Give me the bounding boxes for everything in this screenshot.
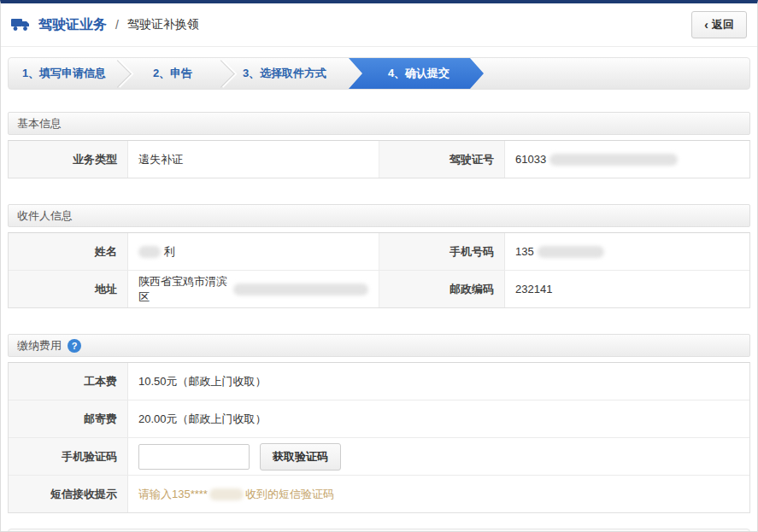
step-4-confirm-submit[interactable]: 4、确认提交 — [349, 58, 484, 89]
section-recipient-title: 收件人信息 — [17, 208, 73, 224]
name-visible: 利 — [164, 244, 175, 260]
help-icon[interactable]: ? — [68, 339, 81, 353]
phone-label: 手机号码 — [379, 233, 505, 270]
sms-hint-cell: 请输入135**** 收到的短信验证码 — [128, 476, 749, 512]
table-row: 工本费 10.50元（邮政上门收取） — [9, 363, 749, 400]
address-value: 陕西省宝鸡市渭滨区 — [128, 271, 379, 307]
recipient-info-table: 姓名 利 手机号码 135 地址 陕西省宝鸡市渭滨区 邮政编码 23214 — [8, 232, 750, 308]
name-redacted — [138, 246, 161, 258]
section-recipient-header: 收件人信息 — [8, 204, 750, 227]
header: 驾驶证业务 / 驾驶证补换领 ‹ 返回 — [1, 3, 757, 47]
page-subtitle: 驾驶证补换领 — [127, 17, 199, 32]
table-row: 姓名 利 手机号码 135 — [9, 233, 749, 271]
postcode-value: 232141 — [505, 271, 749, 307]
footer-actions: 上一步 完成 — [8, 529, 750, 532]
table-row: 手机验证码 获取验证码 — [9, 438, 749, 476]
basic-info-table: 业务类型 遗失补证 驾驶证号 61033 — [8, 140, 750, 178]
sms-hint-text: 请输入135**** 收到的短信验证码 — [138, 487, 334, 502]
truck-icon — [11, 17, 32, 32]
captcha-cell: 获取验证码 — [128, 438, 749, 475]
sms-phone-redacted — [209, 488, 244, 500]
license-no-redacted — [549, 154, 678, 166]
section-basic-title: 基本信息 — [17, 116, 62, 132]
postcode-label: 邮政编码 — [379, 271, 505, 307]
section-recipient-info: 收件人信息 姓名 利 手机号码 135 地址 陕西省宝鸡市渭滨区 — [8, 204, 750, 308]
sms-hint-label: 短信接收提示 — [9, 476, 128, 512]
fee-cost-value: 10.50元（邮政上门收取） — [128, 363, 749, 400]
page-title: 驾驶证业务 — [38, 16, 107, 34]
step-wizard: 1、填写申请信息 2、申告 3、选择取件方式 4、确认提交 — [8, 57, 750, 90]
section-fees-header: 缴纳费用 ? — [8, 334, 750, 357]
phone-visible: 135 — [515, 245, 534, 258]
fee-post-value: 20.00元（邮政上门收取） — [128, 400, 749, 437]
back-button[interactable]: ‹ 返回 — [691, 11, 747, 38]
section-basic-header: 基本信息 — [8, 112, 750, 135]
address-label: 地址 — [9, 271, 128, 307]
captcha-label: 手机验证码 — [9, 438, 128, 475]
back-button-label: 返回 — [712, 17, 734, 32]
breadcrumb: 驾驶证业务 / 驾驶证补换领 — [11, 16, 199, 34]
sms-hint-prefix: 请输入135**** — [138, 487, 208, 502]
business-type-label: 业务类型 — [9, 141, 128, 178]
breadcrumb-separator: / — [115, 18, 119, 32]
address-redacted — [233, 284, 368, 295]
table-row: 业务类型 遗失补证 驾驶证号 61033 — [9, 141, 749, 178]
get-code-button[interactable]: 获取验证码 — [260, 443, 341, 471]
address-visible: 陕西省宝鸡市渭滨区 — [138, 274, 228, 305]
step-3-pickup-method[interactable]: 3、选择取件方式 — [226, 58, 344, 89]
name-value: 利 — [128, 233, 379, 270]
back-chevron-icon: ‹ — [704, 18, 708, 32]
section-basic-info: 基本信息 业务类型 遗失补证 驾驶证号 61033 — [8, 112, 750, 178]
phone-value: 135 — [505, 233, 749, 270]
fee-post-label: 邮寄费 — [9, 400, 128, 437]
table-row: 地址 陕西省宝鸡市渭滨区 邮政编码 232141 — [9, 271, 749, 307]
page: 驾驶证业务 / 驾驶证补换领 ‹ 返回 1、填写申请信息 2、申告 3、选择取件… — [0, 0, 758, 532]
name-label: 姓名 — [9, 233, 128, 270]
sms-hint-suffix: 收到的短信验证码 — [245, 487, 334, 502]
license-no-label: 驾驶证号 — [379, 141, 505, 178]
table-row: 邮寄费 20.00元（邮政上门收取） — [9, 400, 749, 438]
section-fees-title: 缴纳费用 — [17, 338, 62, 354]
phone-redacted — [538, 246, 604, 258]
fees-table: 工本费 10.50元（邮政上门收取） 邮寄费 20.00元（邮政上门收取） 手机… — [8, 362, 750, 513]
fee-cost-label: 工本费 — [9, 363, 128, 400]
section-fees: 缴纳费用 ? 工本费 10.50元（邮政上门收取） 邮寄费 20.00元（邮政上… — [8, 334, 750, 513]
license-no-visible: 61033 — [515, 153, 546, 166]
captcha-input[interactable] — [138, 444, 250, 470]
business-type-value: 遗失补证 — [128, 141, 379, 178]
license-no-value: 61033 — [505, 141, 749, 178]
table-row: 短信接收提示 请输入135**** 收到的短信验证码 — [9, 476, 749, 512]
